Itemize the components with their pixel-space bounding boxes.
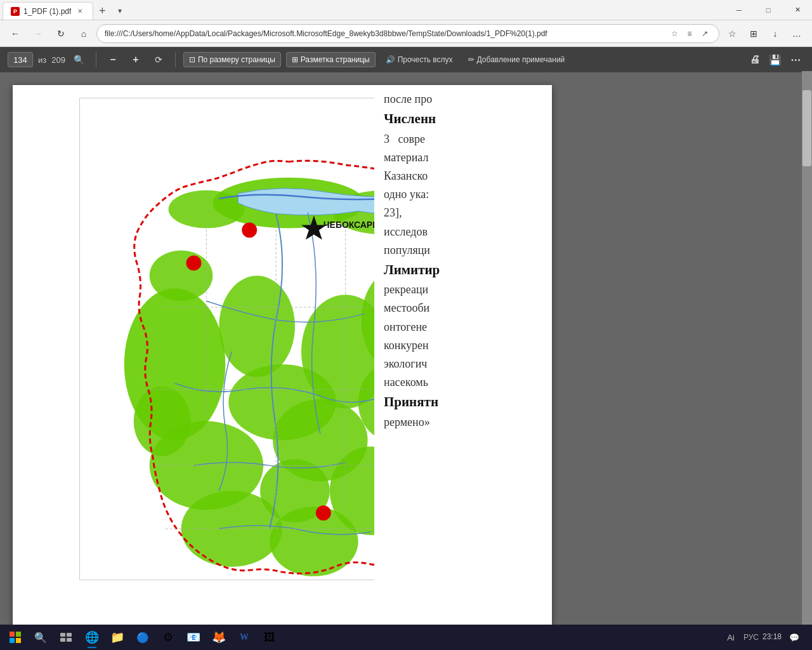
taskbar-app-settings[interactable]: ⚙: [156, 625, 180, 649]
vertical-scrollbar[interactable]: [802, 72, 812, 625]
tab-overflow-button[interactable]: ▾: [111, 2, 129, 20]
taskbar-app-photos[interactable]: 🖼: [258, 625, 282, 649]
pdf-search-button[interactable]: 🔍: [70, 51, 88, 69]
read-mode-icon[interactable]: ≡: [683, 27, 696, 40]
taskbar-app-chrome[interactable]: 🔵: [131, 625, 155, 649]
notification-icon: 💬: [789, 633, 799, 642]
pdf-add-notes-button[interactable]: ✏ Добавление примечаний: [463, 52, 570, 67]
favorites-btn[interactable]: ☆: [722, 23, 742, 44]
taskbar: 🔍 🌐 📁 🔵 ⚙: [0, 625, 812, 650]
text-line-15: экологич: [384, 356, 542, 372]
pdf-read-aloud-button[interactable]: 🔊 Прочесть вслух: [381, 52, 458, 67]
taskbar-apps: 🌐 📁 🔵 ⚙ 📧 🦊 W: [80, 625, 282, 649]
text-line-5: Казанско: [384, 168, 542, 184]
taskbar-app-word[interactable]: W: [232, 625, 256, 649]
new-tab-button[interactable]: +: [93, 2, 111, 20]
taskbar-app-edge[interactable]: 🌐: [80, 625, 104, 649]
text-line-14: конкурен: [384, 338, 542, 354]
title-bar: P 1_PDF (1).pdf ✕ + ▾ ─ □ ✕: [0, 0, 812, 20]
edge-icon: 🌐: [85, 630, 99, 644]
home-button[interactable]: ⌂: [74, 23, 94, 44]
svg-point-32: [316, 505, 331, 521]
taskbar-app-browser2[interactable]: 🦊: [207, 625, 231, 649]
text-line-11: рекреаци: [384, 282, 542, 298]
svg-point-3: [219, 275, 295, 377]
pdf-print-button[interactable]: 🖨: [746, 51, 764, 69]
svg-rect-36: [67, 638, 72, 642]
text-line-9: популяци: [384, 242, 542, 258]
taskbar-app-explorer[interactable]: 📁: [105, 625, 129, 649]
pdf-rotate-button[interactable]: ⟳: [150, 51, 167, 69]
pdf-page-total: 209: [51, 55, 65, 65]
pdf-toolbar: из 209 🔍 − + ⟳ ⊡ По размеру страницы ⊞ Р…: [0, 47, 812, 72]
taskbar-time-display: 23:18: [763, 632, 782, 642]
pdf-zoom-out-button[interactable]: −: [104, 51, 122, 69]
win-logo-q3: [10, 638, 15, 643]
forward-button[interactable]: →: [28, 23, 48, 44]
settings-btn[interactable]: …: [787, 23, 807, 44]
text-line-8: исследов: [384, 224, 542, 240]
minimize-button[interactable]: ─: [724, 0, 754, 20]
word-icon: W: [240, 632, 249, 642]
pdf-toolbar-divider2: [175, 52, 176, 67]
refresh-button[interactable]: ↻: [51, 23, 71, 44]
share-icon[interactable]: ↗: [698, 27, 711, 40]
text-line-18: рермено»: [384, 415, 542, 430]
address-bar[interactable]: file:///C:/Users/home/AppData/Local/Pack…: [96, 24, 719, 43]
maximize-button[interactable]: □: [754, 0, 783, 20]
download-btn[interactable]: ↓: [765, 23, 785, 44]
pdf-toolbar-right: 🖨 💾 ⋯: [746, 51, 804, 69]
text-line-7: 23],: [384, 205, 542, 221]
text-line-12: местооби: [384, 300, 542, 316]
taskbar-rus-lang[interactable]: РУС: [743, 633, 759, 642]
scrollbar-thumb[interactable]: [802, 90, 811, 166]
right-text-panel: после про Численн 3 совре материал Казан…: [374, 85, 552, 625]
text-line-2: Численн: [384, 110, 542, 128]
text-line-13: онтогене: [384, 319, 542, 335]
back-button[interactable]: ←: [5, 23, 25, 44]
text-line-17: Принятн: [384, 393, 542, 411]
address-icons: ☆ ≡ ↗: [668, 27, 711, 40]
explorer-icon: 📁: [110, 630, 124, 644]
win-logo-q2: [16, 632, 21, 637]
collections-btn[interactable]: ⊞: [743, 23, 764, 44]
text-line-3: 3 совре: [384, 131, 542, 147]
taskbar-taskview-button[interactable]: [55, 626, 77, 649]
photos-icon: 🖼: [264, 631, 275, 644]
nav-bar: ← → ↻ ⌂ file:///C:/Users/home/AppData/Lo…: [0, 20, 812, 47]
settings-icon: ⚙: [163, 630, 173, 644]
browser-window: P 1_PDF (1).pdf ✕ + ▾ ─ □ ✕ ← → ↻ ⌂ file…: [0, 0, 812, 650]
text-line-6: одно ука:: [384, 187, 542, 202]
pdf-zoom-in-button[interactable]: +: [127, 51, 145, 69]
favorites-icon[interactable]: ☆: [668, 27, 681, 40]
notification-center[interactable]: 💬: [785, 628, 803, 646]
taskbar-clock[interactable]: 23:18: [763, 632, 782, 642]
svg-point-12: [150, 250, 213, 301]
pdf-page-input[interactable]: [8, 52, 33, 67]
close-button[interactable]: ✕: [783, 0, 812, 20]
svg-point-8: [228, 364, 336, 441]
taskbar-right: Ai РУС 23:18 💬: [722, 628, 808, 646]
browser2-icon: 🦊: [212, 630, 226, 644]
taskbar-search-button[interactable]: 🔍: [29, 626, 52, 649]
windows-logo: [10, 632, 21, 643]
pdf-page-separator: из: [38, 55, 46, 65]
tab-title: 1_PDF (1).pdf: [23, 7, 71, 16]
window-controls: ─ □ ✕: [724, 0, 812, 20]
pdf-save-button[interactable]: 💾: [766, 51, 784, 69]
pdf-content[interactable]: ЧЕБОКСАРЫ после про: [0, 72, 812, 625]
svg-point-30: [242, 223, 257, 238]
taskbar-app-email[interactable]: 📧: [181, 625, 206, 649]
svg-rect-33: [60, 633, 65, 637]
start-button[interactable]: [4, 626, 27, 649]
taskbar-ai-label[interactable]: Ai: [722, 628, 740, 646]
pdf-more-button[interactable]: ⋯: [787, 51, 804, 69]
pdf-fit-page-button[interactable]: ⊡ По размеру страницы: [183, 52, 281, 67]
pdf-page: ЧЕБОКСАРЫ после про: [13, 85, 552, 625]
text-line-4: материал: [384, 150, 542, 166]
tab-close-button[interactable]: ✕: [75, 6, 85, 17]
pdf-page-layout-button[interactable]: ⊞ Разметка страницы: [286, 52, 376, 67]
active-tab[interactable]: P 1_PDF (1).pdf ✕: [3, 2, 93, 20]
email-icon: 📧: [187, 630, 200, 644]
svg-point-16: [134, 387, 191, 456]
